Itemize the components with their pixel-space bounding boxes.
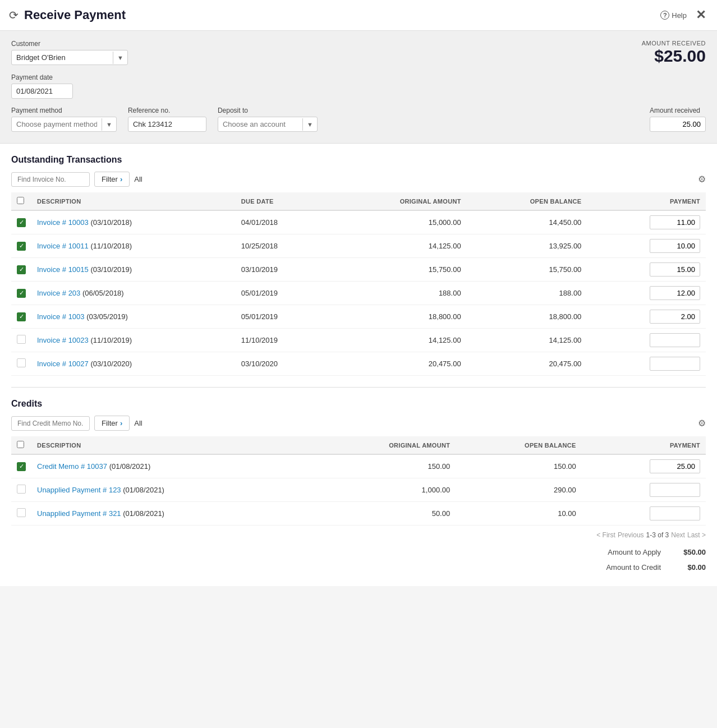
row-checkbox[interactable] (17, 485, 26, 494)
payment-input[interactable] (650, 333, 700, 347)
credit-date: (01/08/2021) (121, 486, 164, 494)
payment-input[interactable] (650, 357, 700, 371)
invoice-link[interactable]: Invoice # 10011 (37, 242, 89, 250)
payment-date-field: Payment date (11, 73, 706, 99)
find-credit-memo-input[interactable] (11, 416, 90, 431)
invoice-date: (06/05/2018) (80, 289, 123, 297)
row-checkbox[interactable]: ✓ (17, 462, 26, 471)
payment-method-arrow[interactable]: ▼ (102, 118, 116, 131)
payment-method-dropdown[interactable]: ▼ (11, 117, 117, 132)
table-row: ✓ Invoice # 10003 (03/10/2018) 04/01/201… (11, 210, 706, 234)
close-button[interactable]: ✕ (696, 8, 706, 22)
credits-select-all-checkbox[interactable] (17, 441, 24, 448)
invoice-date: (03/10/2019) (89, 265, 132, 274)
outstanding-transactions-table: DESCRIPTION DUE DATE ORIGINAL AMOUNT OPE… (11, 192, 706, 376)
invoice-date: (03/10/2018) (89, 218, 132, 227)
help-icon: ? (660, 11, 669, 20)
amount-received-field: Amount received (650, 107, 706, 132)
row-checkbox[interactable]: ✓ (17, 242, 26, 251)
credit-date: (01/08/2021) (107, 462, 150, 471)
header: ⟳ Receive Payment ? Help ✕ (0, 0, 717, 31)
deposit-to-input[interactable] (218, 117, 302, 131)
customer-field: Customer ▼ (11, 40, 128, 65)
amount-to-apply-row: Amount to Apply $50.00 (11, 545, 706, 560)
row-checkbox[interactable] (17, 358, 26, 367)
help-button[interactable]: ? Help (660, 11, 687, 20)
customer-dropdown[interactable]: ▼ (11, 50, 128, 65)
outstanding-col-open-balance: OPEN BALANCE (467, 192, 587, 210)
page-title: Receive Payment (24, 8, 126, 22)
credits-filter-arrow-icon: › (120, 419, 122, 427)
row-checkbox[interactable]: ✓ (17, 312, 26, 321)
outstanding-select-all-checkbox[interactable] (17, 197, 24, 204)
credits-settings-icon[interactable]: ⚙ (698, 418, 706, 428)
section-divider (11, 387, 706, 388)
payment-input[interactable] (650, 310, 700, 324)
row-checkbox[interactable]: ✓ (17, 289, 26, 298)
header-left: ⟳ Receive Payment (9, 8, 126, 22)
invoice-date: (03/10/2020) (89, 360, 132, 368)
table-row: ✓ Invoice # 10011 (11/10/2018) 10/25/201… (11, 234, 706, 258)
invoice-link[interactable]: Invoice # 10027 (37, 360, 89, 368)
credits-col-description: DESCRIPTION (31, 436, 310, 454)
form-fields-row: Payment method ▼ Reference no. Deposit t… (11, 107, 706, 132)
payment-input[interactable] (650, 286, 700, 300)
invoice-link[interactable]: Invoice # 10023 (37, 336, 89, 344)
pagination-previous[interactable]: Previous (618, 531, 644, 539)
row-checkbox[interactable]: ✓ (17, 265, 26, 274)
deposit-to-dropdown[interactable]: ▼ (218, 117, 318, 132)
customer-input[interactable] (12, 50, 113, 64)
credit-link[interactable]: Credit Memo # 10037 (37, 462, 107, 471)
credit-payment-input[interactable] (650, 506, 700, 520)
amount-to-credit-row: Amount to Credit $0.00 (11, 560, 706, 575)
outstanding-transactions-section: Outstanding Transactions Filter › All ⚙ … (11, 155, 706, 376)
outstanding-filter-button[interactable]: Filter › (94, 172, 130, 187)
invoice-date: (11/10/2019) (89, 336, 132, 344)
invoice-link[interactable]: Invoice # 10003 (37, 218, 89, 227)
outstanding-transactions-toolbar: Filter › All ⚙ (11, 172, 706, 187)
outstanding-col-payment: PAYMENT (587, 192, 706, 210)
payment-input[interactable] (650, 262, 700, 277)
credits-all-link[interactable]: All (134, 419, 142, 427)
payment-date-input[interactable] (11, 84, 73, 99)
credits-col-payment: PAYMENT (582, 436, 706, 454)
reference-no-input[interactable] (128, 117, 206, 132)
payment-input[interactable] (650, 239, 700, 253)
pagination-first[interactable]: < First (596, 531, 615, 539)
invoice-date: (03/05/2019) (85, 312, 128, 321)
customer-dropdown-arrow[interactable]: ▼ (113, 52, 127, 64)
invoice-link[interactable]: Invoice # 10015 (37, 265, 89, 274)
table-row: Invoice # 10023 (11/10/2019) 11/10/2019 … (11, 329, 706, 352)
find-invoice-input[interactable] (11, 172, 90, 187)
credits-title: Credits (11, 399, 706, 409)
header-right: ? Help ✕ (660, 8, 706, 22)
table-row: ✓ Invoice # 1003 (03/05/2019) 05/01/2019… (11, 305, 706, 329)
outstanding-all-link[interactable]: All (134, 175, 142, 183)
deposit-to-arrow[interactable]: ▼ (302, 118, 317, 131)
credit-payment-input[interactable] (650, 483, 700, 497)
filter-arrow-icon: › (120, 175, 122, 183)
main-content: Outstanding Transactions Filter › All ⚙ … (0, 144, 717, 586)
outstanding-col-original-amount: ORIGINAL AMOUNT (328, 192, 467, 210)
table-row: Unapplied Payment # 123 (01/08/2021) 1,0… (11, 478, 706, 502)
table-row: ✓ Credit Memo # 10037 (01/08/2021) 150.0… (11, 454, 706, 478)
pagination-last[interactable]: Last > (687, 531, 706, 539)
credit-link[interactable]: Unapplied Payment # 321 (37, 509, 121, 518)
amount-received-input[interactable] (650, 117, 706, 132)
outstanding-settings-icon[interactable]: ⚙ (698, 174, 706, 185)
payment-input[interactable] (650, 215, 700, 229)
credits-section: Credits Filter › All ⚙ DESCRIPTION ORIGI… (11, 399, 706, 575)
credits-filter-button[interactable]: Filter › (94, 416, 130, 431)
credit-payment-input[interactable] (650, 459, 700, 473)
row-checkbox[interactable]: ✓ (17, 218, 26, 227)
pagination-next[interactable]: Next (671, 531, 685, 539)
row-checkbox[interactable] (17, 335, 26, 344)
invoice-date: (11/10/2018) (89, 242, 132, 250)
row-checkbox[interactable] (17, 508, 26, 517)
credit-link[interactable]: Unapplied Payment # 123 (37, 486, 121, 494)
credits-table: DESCRIPTION ORIGINAL AMOUNT OPEN BALANCE… (11, 436, 706, 526)
payment-method-input[interactable] (12, 117, 102, 131)
credits-col-original-amount: ORIGINAL AMOUNT (310, 436, 456, 454)
invoice-link[interactable]: Invoice # 203 (37, 289, 80, 297)
invoice-link[interactable]: Invoice # 1003 (37, 312, 85, 321)
